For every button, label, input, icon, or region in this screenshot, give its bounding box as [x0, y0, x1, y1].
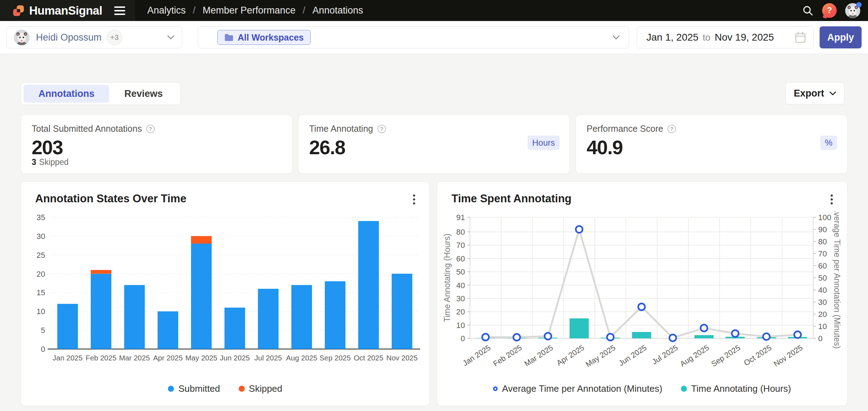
svg-text:5: 5 — [41, 326, 45, 335]
workspace-chip-label: All Workspaces — [238, 32, 304, 43]
legend-item-avg-time[interactable]: Average Time per Annotation (Minutes) — [493, 383, 662, 394]
svg-text:Oct 2025: Oct 2025 — [742, 343, 773, 368]
svg-text:Apr 2025: Apr 2025 — [555, 343, 586, 368]
svg-text:Nov 2025: Nov 2025 — [386, 354, 418, 362]
svg-text:Aug 2025: Aug 2025 — [678, 343, 710, 368]
stat-card-time-annotating: Time Annotating ? 26.8 Hours — [298, 115, 570, 174]
legend-item-skipped[interactable]: Skipped — [239, 383, 282, 394]
breadcrumb-separator: / — [303, 5, 306, 16]
top-bar: HumanSignal Analytics / Member Performan… — [0, 0, 868, 21]
info-icon[interactable]: ? — [667, 125, 676, 133]
legend-item-hours[interactable]: Time Annotating (Hours) — [681, 383, 791, 394]
stat-label: Time Annotating — [309, 124, 373, 134]
svg-text:60: 60 — [818, 261, 827, 270]
breadcrumb-analytics[interactable]: Analytics — [147, 5, 186, 16]
stat-footnote: 3Skipped — [32, 157, 69, 167]
svg-text:10: 10 — [37, 307, 45, 316]
tab-annotations[interactable]: Annotations — [23, 85, 109, 103]
workspace-select[interactable]: All Workspaces — [198, 26, 629, 48]
menu-icon[interactable] — [114, 6, 125, 15]
svg-text:10: 10 — [456, 321, 465, 330]
stat-value: 203 — [32, 136, 281, 159]
view-tabs: Annotations Reviews — [21, 82, 181, 105]
svg-text:30: 30 — [456, 294, 465, 303]
filter-bar: Heidi Opossum +3 All Workspaces Jan 1, 2… — [0, 21, 868, 54]
svg-text:May 2025: May 2025 — [185, 354, 217, 362]
help-icon[interactable]: ? — [822, 3, 837, 18]
humansignal-logo-icon — [12, 4, 25, 17]
top-bar-brand-section: HumanSignal — [0, 0, 135, 21]
info-icon[interactable]: ? — [377, 125, 386, 133]
svg-text:70: 70 — [456, 241, 465, 250]
stat-value: 40.9 — [587, 136, 836, 159]
date-from: Jan 1, 2025 — [646, 32, 698, 43]
legend-dot — [239, 386, 245, 392]
export-label: Export — [794, 88, 824, 99]
member-name: Heidi Opossum — [36, 32, 102, 43]
svg-text:30: 30 — [37, 232, 45, 241]
annotation-states-card: Annotation States Over Time 051015202530… — [21, 181, 430, 406]
brand-logo[interactable]: HumanSignal — [12, 4, 102, 17]
svg-text:May 2025: May 2025 — [584, 343, 617, 369]
stat-cards: Total Submitted Annotations ? 203 3Skipp… — [21, 115, 847, 174]
svg-text:20: 20 — [818, 310, 827, 319]
svg-text:Apr 2025: Apr 2025 — [153, 354, 182, 362]
svg-text:70: 70 — [818, 249, 827, 258]
chevron-down-icon — [612, 35, 620, 40]
svg-text:Sep 2025: Sep 2025 — [319, 354, 351, 362]
chevron-down-icon — [829, 91, 836, 96]
chart-legend: Average Time per Annotation (Minutes) Ti… — [437, 383, 847, 394]
legend-item-submitted[interactable]: Submitted — [168, 383, 220, 394]
svg-text:90: 90 — [818, 225, 827, 234]
user-avatar[interactable] — [845, 3, 860, 18]
extra-members-badge: +3 — [107, 30, 122, 45]
svg-text:Time Annotating (Hours): Time Annotating (Hours) — [443, 234, 452, 322]
svg-text:0: 0 — [818, 334, 822, 343]
svg-text:Mar 2025: Mar 2025 — [523, 343, 555, 368]
svg-text:0: 0 — [41, 345, 45, 354]
stat-label: Total Submitted Annotations — [32, 124, 142, 134]
date-range-picker[interactable]: Jan 1, 2025 to Nov 19, 2025 — [637, 26, 814, 48]
svg-text:20: 20 — [456, 307, 465, 316]
svg-text:20: 20 — [37, 270, 45, 279]
member-select[interactable]: Heidi Opossum +3 — [6, 26, 182, 48]
svg-text:0: 0 — [461, 334, 465, 343]
svg-text:Feb 2025: Feb 2025 — [492, 343, 523, 368]
tab-reviews[interactable]: Reviews — [109, 85, 178, 103]
svg-text:Sep 2025: Sep 2025 — [710, 343, 742, 368]
calendar-icon — [794, 31, 806, 44]
annotation-states-plot: 05101520253035Jan 2025Feb 2025Mar 2025Ap… — [28, 212, 423, 368]
svg-text:80: 80 — [456, 228, 465, 236]
workspace-chip[interactable]: All Workspaces — [217, 30, 311, 45]
kebab-menu-icon[interactable] — [412, 193, 417, 206]
svg-text:Average Time per Annotation (M: Average Time per Annotation (Minutes) — [832, 212, 842, 349]
svg-text:50: 50 — [456, 267, 465, 276]
breadcrumb: Analytics / Member Performance / Annotat… — [147, 5, 363, 16]
kebab-menu-icon[interactable] — [829, 193, 834, 206]
unit-badge: Hours — [528, 136, 560, 150]
stat-card-total-submitted: Total Submitted Annotations ? 203 3Skipp… — [21, 115, 292, 174]
svg-text:35: 35 — [37, 213, 45, 222]
svg-text:Jul 2025: Jul 2025 — [254, 354, 282, 362]
svg-text:Jan 2025: Jan 2025 — [461, 343, 492, 368]
export-button[interactable]: Export — [785, 82, 845, 104]
breadcrumb-annotations: Annotations — [312, 5, 363, 16]
svg-text:100: 100 — [818, 213, 831, 222]
date-range-to-word: to — [703, 32, 710, 43]
svg-text:Jan 2025: Jan 2025 — [53, 354, 83, 362]
svg-text:30: 30 — [818, 298, 827, 307]
search-icon[interactable] — [802, 5, 814, 16]
charts-section: Annotation States Over Time 051015202530… — [21, 181, 847, 406]
date-to: Nov 19, 2025 — [715, 32, 774, 43]
apply-button[interactable]: Apply — [820, 26, 862, 48]
svg-text:Jun 2025: Jun 2025 — [220, 354, 250, 362]
svg-text:60: 60 — [456, 254, 465, 263]
svg-text:80: 80 — [818, 237, 827, 246]
svg-text:Feb 2025: Feb 2025 — [86, 354, 117, 362]
member-avatar — [14, 30, 30, 45]
legend-dot — [168, 386, 174, 392]
stat-card-performance-score: Performance Score ? 40.9 % — [576, 115, 847, 174]
info-icon[interactable]: ? — [146, 125, 155, 133]
breadcrumb-member-performance[interactable]: Member Performance — [203, 5, 296, 16]
svg-text:Aug 2025: Aug 2025 — [286, 354, 317, 362]
